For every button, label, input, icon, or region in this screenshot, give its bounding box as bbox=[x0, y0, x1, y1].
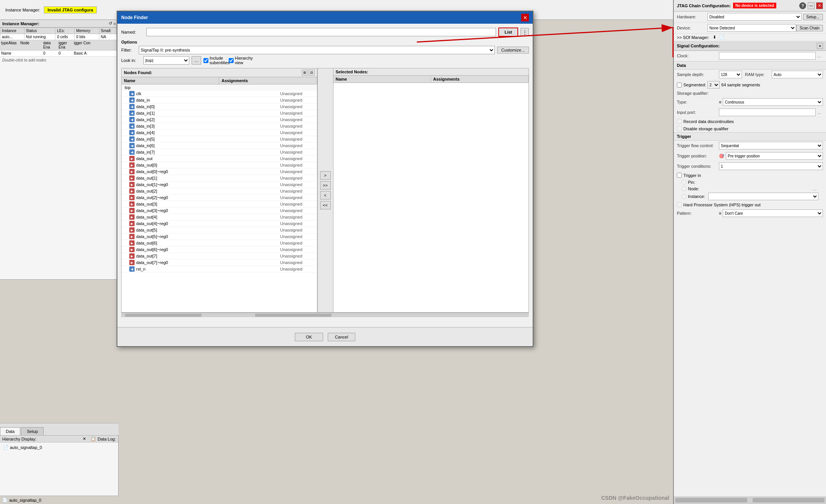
transfer-left-all-btn[interactable]: << bbox=[320, 201, 331, 209]
disable-storage-checkbox[interactable] bbox=[677, 126, 682, 131]
lookin-browse-btn[interactable]: … bbox=[192, 56, 201, 65]
type-select[interactable]: Continuous bbox=[723, 98, 823, 106]
pin-radio[interactable] bbox=[681, 180, 686, 185]
ok-button[interactable]: OK bbox=[295, 333, 323, 341]
sof-download-icon[interactable]: ⬇ bbox=[713, 35, 716, 40]
signal-config-close-btn[interactable]: ✕ bbox=[817, 43, 823, 49]
node-row[interactable]: ▶ data_out[6]~reg0 Unassigned bbox=[122, 246, 317, 253]
ram-type-select[interactable]: Auto bbox=[772, 71, 823, 78]
node-row[interactable]: ▶ data_out[7]~reg0 Unassigned bbox=[122, 259, 317, 266]
node-row[interactable]: ▶ data_out[7] Unassigned bbox=[122, 253, 317, 259]
right-panel-scrollbar[interactable] bbox=[674, 496, 826, 504]
sample-depth-select[interactable]: 128 bbox=[719, 71, 742, 78]
node-row[interactable]: ▶ data_out[2]~reg0 Unassigned bbox=[122, 194, 317, 201]
close-right-panel-btn[interactable]: ✕ bbox=[816, 2, 823, 9]
named-input[interactable] bbox=[146, 28, 496, 36]
transfer-right-all-btn[interactable]: >> bbox=[320, 181, 331, 190]
dialog-close-button[interactable]: ✕ bbox=[521, 14, 529, 21]
refresh-icon[interactable]: ↺ bbox=[109, 21, 112, 26]
node-type-icon: ▶ bbox=[129, 227, 135, 233]
settings-icon[interactable]: ≡ bbox=[114, 21, 116, 26]
list-button[interactable]: List bbox=[498, 28, 518, 37]
node-row[interactable]: ▶ data_out[1]~reg0 Unassigned bbox=[122, 182, 317, 188]
clock-dots-btn[interactable]: … bbox=[816, 53, 823, 58]
include-subentities-checkbox[interactable] bbox=[203, 58, 208, 63]
node-row[interactable]: ◀ data_in[2] Unassigned bbox=[122, 117, 317, 123]
instance-radio[interactable] bbox=[681, 194, 686, 199]
transfer-right-one-btn[interactable]: > bbox=[320, 171, 331, 180]
segment-count-select[interactable]: 2 bbox=[707, 81, 720, 89]
customize-button[interactable]: Customize... bbox=[497, 47, 529, 53]
trigger-in-label: Trigger in bbox=[683, 173, 701, 178]
hardware-select[interactable]: Disabled bbox=[707, 13, 802, 21]
node-dots-btn[interactable]: … bbox=[811, 186, 818, 191]
device-select[interactable]: None Detected bbox=[707, 24, 796, 32]
instance-row[interactable]: auto... Not running 0 cells 0 bits NA bbox=[0, 34, 118, 40]
right-scroll-thumb2[interactable] bbox=[753, 498, 824, 502]
data-tab[interactable]: Data bbox=[0, 427, 20, 435]
clock-input[interactable] bbox=[719, 52, 816, 60]
node-row[interactable]: ◀ data_in[4] Unassigned bbox=[122, 130, 317, 136]
segmented-checkbox[interactable] bbox=[677, 83, 682, 88]
node-row[interactable]: ◀ data_in Unassigned bbox=[122, 97, 317, 104]
node-row[interactable]: ▶ data_out[5] Unassigned bbox=[122, 227, 317, 233]
nodes-found-icon2[interactable]: ⊟ bbox=[309, 70, 315, 76]
help-icon[interactable]: ? bbox=[799, 2, 806, 9]
setup-tab[interactable]: Setup bbox=[21, 427, 44, 435]
hps-checkbox[interactable] bbox=[677, 202, 682, 207]
input-port-input[interactable] bbox=[719, 109, 816, 116]
node-row[interactable]: ◀ data_in[6] Unassigned bbox=[122, 143, 317, 149]
node-row[interactable]: ▶ data_out[0]~reg0 Unassigned bbox=[122, 169, 317, 175]
right-scroll-thumb1[interactable] bbox=[675, 498, 747, 502]
device-label: Device: bbox=[677, 26, 707, 30]
node-row[interactable]: ▶ data_out[6] Unassigned bbox=[122, 240, 317, 246]
cancel-button[interactable]: Cancel bbox=[328, 333, 355, 341]
pattern-select[interactable]: Don't Care bbox=[723, 209, 823, 217]
node-row[interactable]: ◀ data_in[3] Unassigned bbox=[122, 123, 317, 130]
setup-button[interactable]: Setup... bbox=[803, 14, 823, 20]
node-row[interactable]: ▶ data_out[2] Unassigned bbox=[122, 188, 317, 194]
node-row[interactable]: ◀ data_in[0] Unassigned bbox=[122, 104, 317, 110]
node-row[interactable]: ◀ data_in[1] Unassigned bbox=[122, 110, 317, 117]
scan-chain-button[interactable]: Scan Chain bbox=[796, 25, 823, 31]
hierarchy-close-btn[interactable]: ✕ bbox=[83, 436, 86, 441]
node-row[interactable]: ◀ clk Unassigned bbox=[122, 91, 317, 97]
node-group-top: top bbox=[122, 84, 317, 91]
dialog-hscroll1[interactable] bbox=[125, 314, 202, 317]
node-row[interactable]: ▶ data_out[3] Unassigned bbox=[122, 201, 317, 207]
input-port-dots-btn[interactable]: … bbox=[816, 110, 823, 115]
node-row[interactable]: ▶ data_out[0] Unassigned bbox=[122, 162, 317, 169]
dialog-scrollbar-area[interactable] bbox=[121, 313, 529, 317]
trigger-conditions-select[interactable]: 1 bbox=[719, 162, 823, 170]
lookin-select[interactable]: |top| bbox=[143, 56, 189, 65]
node-radio[interactable] bbox=[681, 186, 686, 191]
dialog-hscroll2[interactable] bbox=[255, 314, 332, 317]
expand-button[interactable]: ⋮ bbox=[520, 28, 529, 36]
node-row[interactable]: ◀ rst_n Unassigned bbox=[122, 266, 317, 272]
node-row[interactable]: ▶ data_out[3]~reg0 Unassigned bbox=[122, 207, 317, 214]
node-name-text: data_out bbox=[136, 156, 279, 161]
col-trigger-ena: igger Ena bbox=[57, 41, 73, 49]
nodes-found-icon1[interactable]: ⊞ bbox=[302, 70, 308, 76]
node-row[interactable]: ▶ data_out[4] Unassigned bbox=[122, 214, 317, 220]
trigger-in-checkbox[interactable] bbox=[677, 173, 682, 178]
node-row[interactable]: ▶ data_out Unassigned bbox=[122, 156, 317, 162]
signal-col-headers: typeAlias Node data Ena igger Ena igger … bbox=[0, 40, 118, 50]
node-row[interactable]: ◀ data_in[5] Unassigned bbox=[122, 136, 317, 143]
hierarchy-view-checkbox[interactable] bbox=[229, 58, 234, 63]
node-row[interactable]: ▶ data_out[5]~reg0 Unassigned bbox=[122, 233, 317, 240]
node-type-icon: ▶ bbox=[129, 240, 135, 246]
trigger-flow-select[interactable]: Sequential bbox=[719, 142, 823, 149]
filter-select[interactable]: SignalTap II: pre-synthesis bbox=[139, 46, 495, 54]
node-row[interactable]: ▶ data_out[1] Unassigned bbox=[122, 175, 317, 182]
trigger-position-select[interactable]: Pre trigger position bbox=[726, 152, 823, 160]
node-row[interactable]: ◀ data_in[7] Unassigned bbox=[122, 149, 317, 156]
status-icon: 📄 bbox=[2, 498, 8, 502]
invalid-jtag-button[interactable]: Invalid JTAG configura bbox=[44, 6, 97, 13]
instance-select[interactable] bbox=[708, 193, 818, 200]
node-row[interactable]: ▶ data_out[4]~reg0 Unassigned bbox=[122, 220, 317, 227]
transfer-left-one-btn[interactable]: < bbox=[320, 191, 331, 199]
minimize-btn[interactable]: — bbox=[808, 2, 815, 9]
sof-file-icon[interactable]: 📄 bbox=[719, 35, 725, 40]
record-discontinuities-checkbox[interactable] bbox=[677, 119, 682, 124]
